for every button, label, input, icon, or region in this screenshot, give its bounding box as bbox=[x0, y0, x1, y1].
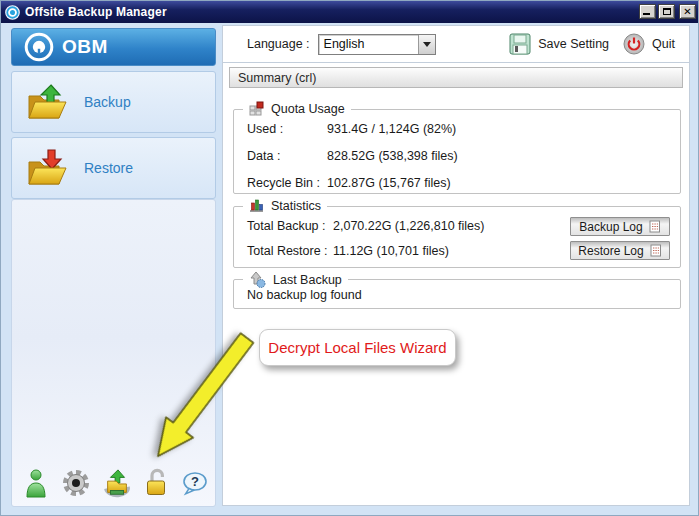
obm-logo: OBM bbox=[11, 28, 216, 66]
export-backup-set-icon[interactable] bbox=[102, 466, 132, 498]
quota-usage-icon bbox=[249, 101, 264, 116]
quit-power-icon bbox=[623, 33, 645, 55]
sidebar-panel: ? bbox=[11, 199, 216, 507]
quota-data-row: Data : 828.52G (538,398 files) bbox=[247, 149, 458, 163]
summary-title: Summary (crl) bbox=[238, 71, 316, 85]
statistics-chart-icon bbox=[249, 198, 264, 213]
window-title: Offsite Backup Manager bbox=[25, 5, 167, 19]
maximize-icon bbox=[663, 8, 671, 15]
settings-gear-icon[interactable] bbox=[61, 466, 91, 498]
sidebar-footer-icons: ? bbox=[22, 466, 209, 498]
last-backup-group: Last Backup No backup log found bbox=[233, 279, 681, 309]
help-icon[interactable]: ? bbox=[181, 466, 209, 498]
log-document-icon bbox=[650, 244, 662, 257]
backup-log-button[interactable]: Backup Log bbox=[570, 217, 670, 236]
save-setting-button[interactable]: Save Setting bbox=[509, 33, 609, 56]
total-backup-row: Total Backup : 2,070.22G (1,226,810 file… bbox=[247, 219, 485, 233]
language-label: Language : bbox=[247, 37, 310, 51]
minimize-button[interactable] bbox=[639, 4, 656, 19]
quit-button[interactable]: Quit bbox=[623, 33, 675, 55]
minimize-icon bbox=[643, 13, 650, 15]
quota-usage-group: Quota Usage Used : 931.4G / 1,124G (82%)… bbox=[233, 109, 681, 194]
language-select[interactable]: English bbox=[318, 34, 436, 55]
app-logo-icon bbox=[5, 5, 20, 20]
close-button[interactable]: ✕ bbox=[679, 4, 696, 19]
maximize-button[interactable] bbox=[658, 4, 675, 19]
sidebar-item-backup[interactable]: Backup bbox=[11, 71, 216, 133]
restore-folder-down-icon bbox=[22, 145, 70, 191]
sidebar: OBM Backup Restore bbox=[11, 28, 216, 507]
obm-logo-icon bbox=[24, 32, 54, 62]
obm-logo-text: OBM bbox=[62, 36, 108, 58]
sidebar-item-label: Restore bbox=[84, 160, 133, 176]
sidebar-item-restore[interactable]: Restore bbox=[11, 137, 216, 199]
user-profile-icon[interactable] bbox=[22, 466, 50, 498]
quota-used-row: Used : 931.4G / 1,124G (82%) bbox=[247, 122, 456, 136]
quit-label: Quit bbox=[652, 37, 675, 51]
statistics-title: Statistics bbox=[271, 199, 321, 213]
quota-usage-title: Quota Usage bbox=[271, 102, 345, 116]
decrypt-lock-icon[interactable] bbox=[143, 466, 171, 498]
log-document-icon bbox=[649, 220, 661, 233]
last-backup-title: Last Backup bbox=[273, 273, 342, 287]
dropdown-button[interactable] bbox=[418, 35, 435, 54]
main-content: Summary (crl) Quota Usage Used : 931.4G … bbox=[222, 63, 690, 506]
last-backup-icon bbox=[249, 271, 266, 288]
summary-header-bar: Summary (crl) bbox=[229, 67, 683, 88]
save-setting-label: Save Setting bbox=[538, 37, 609, 51]
restore-log-button[interactable]: Restore Log bbox=[570, 241, 670, 260]
statistics-group: Statistics Total Backup : 2,070.22G (1,2… bbox=[233, 206, 681, 268]
main-header: Language : English Save Setting Quit bbox=[222, 25, 690, 63]
backup-folder-up-icon bbox=[22, 79, 70, 125]
close-icon: ✕ bbox=[683, 7, 691, 17]
app-window: Offsite Backup Manager ✕ OBM Backup bbox=[0, 0, 699, 516]
titlebar: Offsite Backup Manager ✕ bbox=[1, 1, 699, 23]
language-selected-value: English bbox=[319, 37, 365, 51]
svg-text:?: ? bbox=[191, 474, 199, 489]
chevron-down-icon bbox=[423, 42, 431, 47]
last-backup-message: No backup log found bbox=[247, 288, 362, 302]
quota-recycle-row: Recycle Bin : 102.87G (15,767 files) bbox=[247, 176, 451, 190]
total-restore-row: Total Restore : 11.12G (10,701 files) bbox=[247, 244, 449, 258]
annotation-text: Decrypt Local Files Wizard bbox=[268, 339, 446, 356]
save-floppy-icon bbox=[509, 33, 531, 56]
annotation-callout: Decrypt Local Files Wizard bbox=[259, 329, 456, 366]
sidebar-item-label: Backup bbox=[84, 94, 131, 110]
